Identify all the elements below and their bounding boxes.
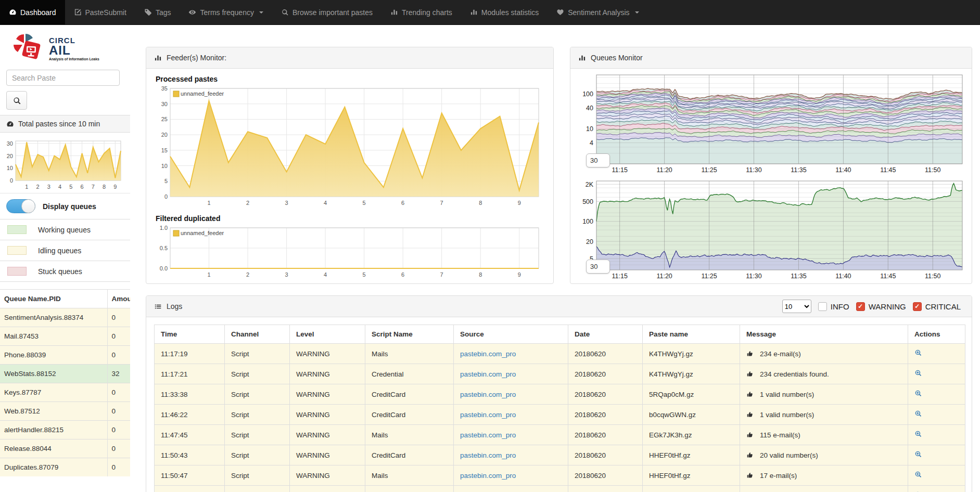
svg-text:40: 40 [586, 105, 593, 112]
log-date: 20180620 [568, 445, 643, 465]
search-plus-icon[interactable] [914, 349, 922, 357]
chevron-down-icon [635, 11, 639, 14]
queue-table-header-amount: Amount [107, 290, 130, 308]
log-source-link[interactable]: pastebin.com_pro [460, 431, 516, 439]
total-pastes-header: Total pastes since 10 min [0, 115, 130, 133]
eye-icon [188, 8, 196, 16]
queue-row: SentimentAnalysis.883740 [0, 308, 130, 327]
logs-panel: Logs 10 INFO✓WARNING✓CRITICAL TimeChanne… [146, 295, 972, 492]
search-plus-icon[interactable] [914, 450, 922, 458]
log-row: 11:50:47ScriptWARNINGMailspastebin.com_p… [155, 465, 965, 486]
logo-tagline: Analysis of Information Leaks [49, 57, 99, 61]
queue-row: Phone.880390 [0, 346, 130, 365]
thumbs-up-icon [746, 472, 754, 479]
filter-label: WARNING [869, 302, 906, 311]
total-pastes-title: Total pastes since 10 min [18, 120, 100, 128]
search-button[interactable] [6, 91, 27, 110]
filter-checkbox-critical[interactable]: ✓ [913, 302, 922, 311]
log-message: 234 e-mail(s) [760, 350, 801, 358]
thumbs-up-icon [746, 350, 754, 357]
svg-text:11:30: 11:30 [746, 273, 761, 280]
nav-item-terms-frequency[interactable]: Terms frequency [180, 0, 272, 24]
logs-col-header: Channel [225, 325, 290, 344]
log-source-link[interactable]: pastebin.com_pro [460, 391, 516, 398]
log-time: 11:50:47 [155, 465, 225, 486]
search-plus-icon[interactable] [914, 369, 922, 377]
queue-amount: 0 [107, 346, 130, 365]
svg-text:4: 4 [58, 184, 61, 190]
queues-bottom-value-box[interactable]: 30 [586, 260, 610, 274]
legend-label: Idling queues [38, 247, 81, 255]
svg-text:11:15: 11:15 [612, 273, 628, 280]
svg-text:unnamed_feeder: unnamed_feeder [181, 230, 224, 236]
queue-name: Phone.88039 [0, 346, 107, 365]
log-level: WARNING [290, 405, 365, 425]
log-script: Credential [365, 364, 454, 384]
legend-row-working-queues: Working queues [0, 219, 130, 240]
svg-text:10: 10 [7, 165, 13, 171]
queue-table: Queue Name.PID Amount SentimentAnalysis.… [0, 289, 130, 476]
log-paste-name: gCPGbuBx.gz [643, 486, 740, 492]
log-source-link[interactable]: pastebin.com_pro [460, 370, 516, 378]
nav-item-sentiment-analysis[interactable]: Sentiment Analysis [548, 0, 647, 24]
log-date: 20180620 [568, 364, 643, 384]
log-paste-name: HHEF0tHf.gz [643, 465, 740, 486]
queue-name: Release.88044 [0, 439, 107, 458]
search-plus-icon[interactable] [914, 430, 922, 438]
svg-text:0: 0 [10, 177, 13, 184]
queues-bottom-value: 30 [590, 263, 597, 270]
logs-col-header: Date [568, 325, 643, 344]
search-paste-input[interactable] [6, 70, 120, 86]
log-paste-name: 5RQap0cM.gz [643, 384, 740, 405]
filter-label: CRITICAL [925, 302, 961, 311]
search-plus-icon[interactable] [914, 390, 922, 397]
log-source-link[interactable]: pastebin.com_pro [460, 350, 516, 358]
search-plus-icon[interactable] [914, 471, 922, 478]
svg-text:3: 3 [285, 271, 288, 278]
svg-text:0.5: 0.5 [160, 245, 168, 251]
logs-page-size-select[interactable]: 10 [782, 300, 811, 313]
log-level: WARNING [290, 465, 365, 486]
log-script: Mails [365, 344, 454, 364]
svg-text:11:40: 11:40 [835, 166, 851, 174]
sidebar: CIRCL AIL Analysis of Information Leaks … [0, 25, 130, 492]
nav-item-pastesubmit[interactable]: PasteSubmit [65, 0, 135, 24]
nav-item-browse-important-pastes[interactable]: Browse important pastes [272, 0, 381, 24]
queue-amount: 0 [107, 308, 130, 327]
thumbs-up-icon [746, 431, 754, 438]
thumbs-up-icon [746, 451, 754, 459]
filter-checkbox-info[interactable] [818, 302, 827, 311]
log-source-link[interactable]: pastebin.com_pro [460, 472, 516, 480]
filter-checkbox-warning[interactable]: ✓ [856, 302, 865, 311]
queues-top-value-box[interactable]: 30 [586, 153, 610, 167]
log-message: 20 valid number(s) [760, 451, 818, 459]
display-queues-toggle[interactable] [6, 199, 35, 213]
svg-text:11:35: 11:35 [791, 166, 806, 174]
legend-row-stuck-queues: Stuck queues [0, 261, 130, 282]
queue-name: Mail.87453 [0, 327, 107, 346]
log-message: 115 e-mail(s) [760, 431, 800, 439]
svg-text:11:45: 11:45 [880, 273, 896, 280]
dashboard-icon [9, 8, 17, 16]
log-source-link[interactable]: pastebin.com_pro [460, 451, 516, 459]
svg-text:9: 9 [518, 200, 521, 206]
nav-item-modules-statistics[interactable]: Modules statistics [461, 0, 548, 24]
total-pastes-sparkline: 0102030123456789 [0, 133, 130, 193]
log-date: 20180620 [568, 486, 643, 492]
log-paste-name: HHEF0tHf.gz [643, 445, 740, 465]
queue-name: Duplicates.87079 [0, 458, 107, 477]
svg-text:500: 500 [582, 198, 593, 205]
nav-item-dashboard[interactable]: Dashboard [0, 0, 65, 24]
log-channel: Script [225, 344, 290, 364]
legend-swatch [7, 225, 27, 234]
svg-text:15: 15 [161, 147, 168, 153]
log-source-link[interactable]: pastebin.com_pro [460, 411, 516, 419]
nav-item-trending-charts[interactable]: Trending charts [381, 0, 461, 24]
nav-item-tags[interactable]: Tags [135, 0, 180, 24]
top-navbar: DashboardPasteSubmitTagsTerms frequencyB… [0, 0, 980, 25]
queue-name: alertHandler.88215 [0, 421, 107, 439]
thumbs-up-icon [746, 411, 754, 418]
search-plus-icon[interactable] [914, 410, 922, 418]
thumbs-up-icon [746, 370, 754, 378]
queue-row: Release.880440 [0, 439, 130, 458]
